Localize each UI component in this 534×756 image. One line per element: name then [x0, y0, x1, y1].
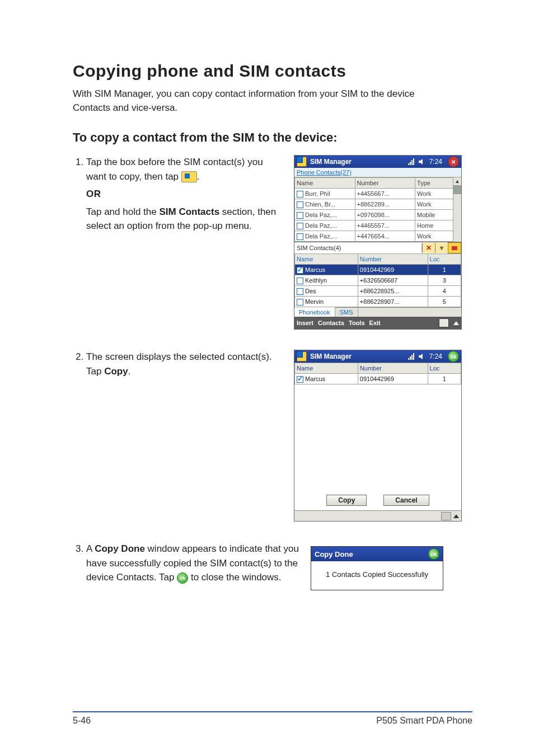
foot-bar: [294, 510, 461, 521]
step1-text: Tap the box before the SIM contact(s) yo…: [73, 155, 283, 243]
window-title: SIM Manager: [310, 158, 352, 166]
table-row[interactable]: Dela Paz,...+0976098...Mobile: [295, 210, 453, 220]
app-icon: [297, 351, 307, 361]
ok-icon: ok: [177, 572, 188, 584]
keyboard-icon[interactable]: [441, 512, 451, 520]
col-number[interactable]: Number: [358, 254, 428, 265]
ok-button[interactable]: ok: [428, 548, 439, 560]
step1-text-a: Tap the box before the SIM contact(s) yo…: [86, 157, 263, 182]
step3-text-a: A: [86, 543, 95, 554]
checkbox-icon[interactable]: [297, 212, 303, 219]
copy-contact-icon: [452, 246, 457, 250]
col-type[interactable]: Type: [415, 178, 453, 189]
menu-insert[interactable]: Insert: [297, 320, 313, 326]
button-row: Copy Cancel: [294, 491, 461, 510]
table-row[interactable]: Chien, Br...+8862289...Work: [295, 199, 453, 210]
step2-bold: Copy: [104, 366, 128, 377]
copy-down-button[interactable]: ▾: [435, 243, 448, 253]
step1-or: OR: [86, 187, 283, 201]
col-loc[interactable]: Loc: [428, 254, 461, 265]
menu-contacts[interactable]: Contacts: [318, 320, 344, 326]
checkbox-icon[interactable]: [297, 201, 303, 208]
step2-text: The screen displays the selected contact…: [73, 350, 283, 388]
scroll-up-icon[interactable]: ▲: [453, 177, 461, 185]
checkbox-icon[interactable]: [297, 288, 303, 295]
scrollbar[interactable]: ▲: [453, 177, 461, 242]
scroll-thumb[interactable]: [453, 185, 461, 194]
ok-button[interactable]: ok: [448, 351, 459, 362]
signal-icon: [407, 353, 415, 360]
col-name[interactable]: Name: [295, 178, 355, 189]
window-title: SIM Manager: [310, 353, 352, 360]
close-icon[interactable]: ✕: [448, 156, 459, 167]
menu-tools[interactable]: Tools: [349, 320, 365, 326]
phone-contacts-header[interactable]: Phone Contacts(27): [294, 168, 461, 177]
tab-phonebook[interactable]: Phonebook: [294, 307, 335, 317]
page-footer: 5-46 P505 Smart PDA Phone: [73, 711, 472, 726]
col-number[interactable]: Number: [355, 178, 415, 189]
section-subhead: To copy a contact from the SIM to the de…: [73, 130, 472, 145]
screenshot-sim-manager-main: SIM Manager 7:24 ✕ Phone Contacts(27) Na…: [294, 155, 462, 330]
window-titlebar: SIM Manager 7:24 ok: [294, 350, 461, 363]
checkbox-icon[interactable]: [297, 191, 303, 198]
table-row[interactable]: Marcus 0910442969 1: [295, 374, 461, 384]
page-heading: Copying phone and SIM contacts: [73, 62, 472, 81]
menu-exit[interactable]: Exit: [369, 320, 381, 326]
step2-text-b: .: [128, 366, 131, 377]
col-name[interactable]: Name: [295, 254, 358, 265]
intro-paragraph: With SIM Manager, you can copy contact i…: [73, 87, 453, 115]
screenshot-sim-manager-copy: SIM Manager 7:24 ok Name Number Loc Marc…: [294, 350, 462, 522]
table-row[interactable]: Dela Paz,...+4476654...Work: [295, 231, 453, 242]
copy-button[interactable]: Copy: [326, 495, 367, 506]
dialog-title: Copy Done: [315, 550, 353, 558]
checkbox-icon[interactable]: [297, 233, 303, 240]
dialog-body: 1 Contacts Copied Successfully: [311, 561, 443, 590]
checkbox-icon[interactable]: [297, 267, 303, 274]
product-name: P505 Smart PDA Phone: [376, 716, 472, 726]
tab-sms[interactable]: SMS: [335, 308, 358, 317]
keyboard-icon[interactable]: [439, 318, 449, 327]
step3-bold: Copy Done: [95, 543, 145, 554]
step1-bold: SIM Contacts: [159, 206, 219, 217]
sim-contacts-label: SIM Contacts(4): [294, 243, 422, 252]
col-loc[interactable]: Loc: [428, 363, 461, 374]
sim-contacts-header: SIM Contacts(4) ✕ ▾: [294, 242, 461, 253]
checkbox-icon[interactable]: [297, 299, 303, 306]
table-row[interactable]: Burr, Phil+4455667...Work: [295, 189, 453, 199]
table-row[interactable]: Mervin+886228907...5: [295, 297, 461, 307]
cancel-button[interactable]: Cancel: [383, 495, 429, 506]
sim-contacts-table: Name Number Loc Marcus09104429691 Keithl…: [294, 253, 461, 307]
col-name[interactable]: Name: [295, 363, 358, 374]
volume-icon: [418, 353, 426, 360]
table-row[interactable]: Dela Paz,...+4465557...Home: [295, 220, 453, 231]
signal-icon: [407, 158, 415, 166]
step1-text-b1: Tap and hold the: [86, 206, 159, 217]
app-icon: [297, 157, 307, 167]
menu-up-icon[interactable]: [453, 514, 459, 518]
clock-label: 7:24: [429, 353, 442, 360]
step3-text: A Copy Done window appears to indicate t…: [73, 542, 299, 595]
table-row[interactable]: Des+886228925...4: [295, 286, 461, 297]
phone-contacts-table: Name Number Type Burr, Phil+4455667...Wo…: [294, 177, 453, 242]
checkbox-icon[interactable]: [297, 376, 303, 383]
copy-done-dialog: Copy Done ok 1 Contacts Copied Successfu…: [311, 546, 443, 590]
copy-to-contacts-button[interactable]: [448, 242, 461, 253]
table-row[interactable]: Keithlyn+63265066873: [295, 275, 461, 286]
checkbox-icon[interactable]: [297, 278, 303, 284]
checkbox-icon[interactable]: [297, 223, 303, 229]
selected-table: Name Number Loc Marcus 0910442969 1: [294, 363, 461, 384]
volume-icon: [418, 158, 426, 166]
tab-bar: Phonebook SMS: [294, 307, 461, 317]
row-step-3: A Copy Done window appears to indicate t…: [73, 542, 472, 595]
page: Copying phone and SIM contacts With SIM …: [0, 0, 534, 756]
row-step-1: Tap the box before the SIM contact(s) yo…: [73, 155, 472, 330]
col-number[interactable]: Number: [358, 363, 428, 374]
dialog-titlebar: Copy Done ok: [311, 547, 443, 561]
menubar: Insert Contacts Tools Exit: [294, 317, 461, 329]
copy-icon: [181, 171, 197, 182]
menu-up-icon[interactable]: [453, 321, 459, 325]
page-number: 5-46: [73, 716, 91, 726]
delete-button[interactable]: ✕: [422, 243, 435, 253]
clock-label: 7:24: [429, 158, 442, 166]
table-row[interactable]: Marcus09104429691: [295, 265, 461, 275]
